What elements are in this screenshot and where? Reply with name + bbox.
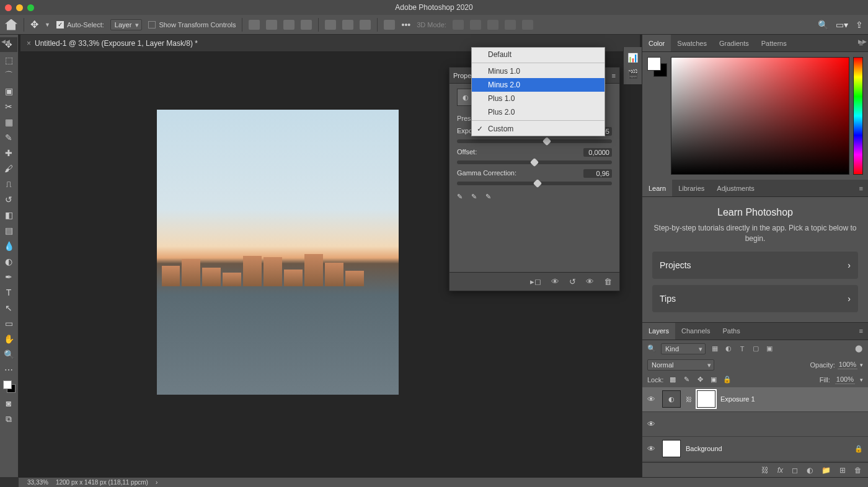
opacity-value[interactable]: 100% bbox=[838, 360, 857, 369]
gradient-tool[interactable]: ▤ bbox=[0, 223, 17, 238]
show-transform-checkbox[interactable] bbox=[148, 21, 156, 29]
auto-select-checkbox[interactable]: ✓ bbox=[56, 21, 64, 29]
crop-tool[interactable]: ✂ bbox=[0, 99, 17, 114]
align-middle-icon[interactable] bbox=[342, 20, 353, 30]
lock-transparency-icon[interactable]: ▩ bbox=[668, 375, 677, 384]
eyedropper-tool[interactable]: ✎ bbox=[0, 130, 17, 145]
link-icon[interactable]: ⛓ bbox=[686, 396, 692, 403]
maximize-window-icon[interactable] bbox=[27, 4, 34, 11]
new-layer-icon[interactable]: ⊞ bbox=[839, 466, 846, 475]
minimize-window-icon[interactable] bbox=[16, 4, 23, 11]
view-previous-icon[interactable]: 👁 bbox=[551, 277, 559, 286]
tab-swatches[interactable]: Swatches bbox=[671, 35, 713, 51]
visibility-icon[interactable]: 👁 bbox=[647, 419, 657, 429]
distribute-icon[interactable] bbox=[384, 20, 395, 30]
close-tab-icon[interactable]: × bbox=[27, 39, 31, 48]
eyedropper-white-icon[interactable]: ✎ bbox=[485, 193, 491, 201]
align-bottom-icon[interactable] bbox=[360, 20, 371, 30]
zoom-level[interactable]: 33,33% bbox=[27, 479, 48, 486]
hue-strip[interactable] bbox=[853, 57, 863, 175]
preset-item-minus-1[interactable]: Minus 1.0 bbox=[472, 64, 604, 78]
align-left-icon[interactable] bbox=[249, 20, 260, 30]
tab-libraries[interactable]: Libraries bbox=[672, 180, 711, 196]
group-icon[interactable]: 📁 bbox=[822, 466, 831, 475]
zoom-tool[interactable]: 🔍 bbox=[0, 347, 17, 362]
mask-thumb[interactable] bbox=[697, 390, 715, 408]
histogram-icon[interactable]: 📊 bbox=[627, 52, 639, 63]
screenmode-tool[interactable]: ⧉ bbox=[0, 411, 17, 426]
lock-artboard-icon[interactable]: ▣ bbox=[709, 375, 718, 384]
adjustment-layer-icon[interactable]: ◐ bbox=[807, 466, 813, 475]
offset-slider[interactable] bbox=[457, 160, 612, 164]
preset-item-default[interactable]: Default bbox=[472, 48, 604, 61]
brush-tool[interactable]: 🖌 bbox=[0, 161, 17, 176]
frame-tool[interactable]: ▦ bbox=[0, 115, 17, 129]
delete-adjustment-icon[interactable]: 🗑 bbox=[604, 277, 612, 286]
layer-mask-icon[interactable]: ◻ bbox=[792, 466, 798, 475]
layer-fx-icon[interactable]: fx bbox=[777, 466, 783, 475]
healing-tool[interactable]: ✚ bbox=[0, 146, 17, 160]
preset-item-plus-2[interactable]: Plus 2.0 bbox=[472, 105, 604, 119]
toggle-visibility-icon[interactable]: 👁 bbox=[586, 277, 594, 286]
preset-item-plus-1[interactable]: Plus 1.0 bbox=[472, 92, 604, 105]
object-select-tool[interactable]: ▣ bbox=[0, 84, 17, 99]
preset-item-minus-2[interactable]: Minus 2.0 bbox=[472, 78, 604, 92]
learn-tips-button[interactable]: Tips › bbox=[652, 285, 858, 312]
clip-to-layer-icon[interactable]: ▸◻ bbox=[530, 277, 541, 286]
color-field[interactable] bbox=[671, 57, 849, 175]
more-options-icon[interactable]: ••• bbox=[401, 20, 410, 30]
close-window-icon[interactable] bbox=[5, 4, 12, 11]
tab-color[interactable]: Color bbox=[642, 35, 671, 51]
align-distribute-icon[interactable] bbox=[301, 20, 312, 30]
filter-shape-icon[interactable]: ▢ bbox=[751, 344, 760, 353]
color-panel-swatches[interactable] bbox=[647, 57, 667, 77]
align-right-icon[interactable] bbox=[283, 20, 294, 30]
auto-select-target-dropdown[interactable]: Layer bbox=[110, 19, 143, 30]
tab-channels[interactable]: Channels bbox=[675, 323, 716, 340]
path-select-tool[interactable]: ↖ bbox=[0, 301, 17, 315]
home-icon[interactable] bbox=[5, 19, 17, 30]
layer-kind-dropdown[interactable]: Kind bbox=[661, 343, 706, 354]
eraser-tool[interactable]: ◧ bbox=[0, 208, 17, 222]
filter-adjust-icon[interactable]: ◐ bbox=[724, 344, 733, 353]
layer-row[interactable]: 👁 ◐ ⛓ Exposure 1 bbox=[642, 387, 868, 412]
opacity-chevron-icon[interactable]: ▾ bbox=[860, 362, 863, 368]
eyedropper-black-icon[interactable]: ✎ bbox=[457, 193, 463, 201]
quickmask-tool[interactable]: ◙ bbox=[0, 396, 17, 411]
clone-tool[interactable]: ⎍ bbox=[0, 177, 17, 191]
filter-pixel-icon[interactable]: ▦ bbox=[711, 344, 719, 353]
fill-value[interactable]: 100% bbox=[835, 375, 855, 384]
layer-row[interactable]: 👁 Background 🔒 bbox=[642, 437, 868, 462]
align-center-h-icon[interactable] bbox=[266, 20, 277, 30]
tab-gradients[interactable]: Gradients bbox=[713, 35, 755, 51]
foreground-color[interactable] bbox=[3, 380, 12, 389]
blend-mode-dropdown[interactable]: Normal bbox=[647, 359, 714, 371]
window-controls[interactable] bbox=[5, 4, 34, 11]
lock-icon[interactable]: 🔒 bbox=[854, 445, 863, 453]
lock-paint-icon[interactable]: ✎ bbox=[682, 375, 691, 384]
layers-panel-menu-icon[interactable]: ≡ bbox=[854, 327, 868, 335]
expand-left-icon[interactable]: ◀◀ bbox=[1, 38, 10, 45]
document-tab[interactable]: × Untitled-1 @ 33,3% (Exposure 1, Layer … bbox=[20, 35, 204, 51]
filter-smart-icon[interactable]: ▣ bbox=[765, 344, 774, 353]
gamma-slider[interactable] bbox=[457, 182, 612, 185]
learn-panel-menu-icon[interactable]: ≡ bbox=[854, 185, 868, 192]
document-info[interactable]: 1200 px x 1418 px (118,11 ppcm) bbox=[56, 479, 148, 486]
edit-toolbar-icon[interactable]: ⋯ bbox=[0, 362, 17, 377]
hand-tool[interactable]: ✋ bbox=[0, 331, 17, 346]
blur-tool[interactable]: 💧 bbox=[0, 239, 17, 253]
tab-layers[interactable]: Layers bbox=[642, 323, 675, 340]
move-tool-icon[interactable]: ✥ bbox=[30, 19, 38, 30]
search-icon[interactable]: 🔍 bbox=[818, 20, 828, 30]
gamma-value[interactable]: 0,96 bbox=[583, 169, 612, 178]
align-top-icon[interactable] bbox=[325, 20, 336, 30]
shape-tool[interactable]: ▭ bbox=[0, 316, 17, 331]
tab-adjustments[interactable]: Adjustments bbox=[711, 180, 761, 196]
tab-paths[interactable]: Paths bbox=[717, 323, 746, 340]
preset-dropdown-menu[interactable]: Default Minus 1.0 Minus 2.0 Plus 1.0 Plu… bbox=[471, 47, 605, 136]
properties-menu-icon[interactable]: ≡ bbox=[612, 72, 616, 79]
layer-thumb[interactable] bbox=[662, 440, 681, 457]
pen-tool[interactable]: ✒ bbox=[0, 270, 17, 284]
fill-chevron-icon[interactable]: ▾ bbox=[860, 377, 863, 383]
visibility-icon[interactable]: 👁 bbox=[647, 444, 657, 454]
